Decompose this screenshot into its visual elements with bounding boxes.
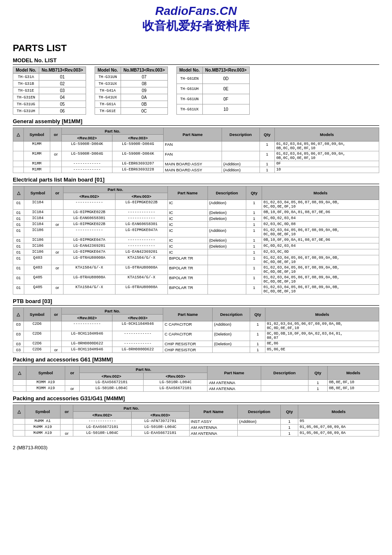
model-table-2: Model No. No.MB713<Rev.003> TH-G31UN07TH… [95,66,168,115]
symbol: IC104 [24,222,52,228]
description: (Addition) [222,167,259,173]
model-rev: 02 [39,81,86,87]
delta [13,386,26,392]
site-title: RadioFans.CN [13,4,379,18]
th-description: Description [261,366,308,380]
delta [13,431,25,436]
th-partno: Part No. [79,366,208,373]
model-no: TH-G31UH [13,108,39,115]
electrical-parts-table: △ Symbol or Part No. Part Name Descripti… [13,186,379,295]
table-row: TH-G61UH0E [176,84,249,94]
table-row: M4MM A1 ------------ LG-AFN73972701 INST… [13,419,379,425]
symbol: M1MM [23,167,50,173]
th-rev002: <Rev.002> [63,193,115,200]
model-rev: 0E [202,84,249,94]
symbol: C2D6 [24,341,50,347]
th-rev003: <Rev.003> [131,412,189,419]
symbol: M1MM [23,161,50,167]
table-row: TH-G31UN07 [95,74,167,81]
description: (Deletion) [208,210,246,216]
description [222,142,259,151]
rev003: LG-0RH0000D622 [112,347,163,353]
delta: 03 [13,341,24,347]
partname: MAIN BOARD ASSY [164,161,222,167]
partname: AM ANTENNA [208,386,261,392]
model-no: TH-G41A [95,87,121,94]
rev002: LG-EAA56672101 [79,380,143,386]
delta [13,419,25,425]
electrical-parts-title: Electrical parts list Main board [01] [13,176,379,184]
rev003: LG-EBR63693228 [112,167,164,173]
partname: CHIP RESISTOR [163,341,213,347]
delta: 03 [13,331,24,341]
description: (Addition) [208,200,246,210]
table-row: M1MM ------------ LG-EBR63693228 MAIN BO… [13,167,379,173]
packing-g61-table: △ Symbol or Part No. Part Name Descripti… [13,366,379,392]
model-rev: 0C [121,108,167,115]
rev003: LG-0CH1104H946 [112,321,163,331]
model-table-1: Model No. No.MB713<Rev.003> TH-G31A01TH-… [13,66,86,115]
delta: 01 [13,200,24,210]
ptb-board-table: △ Symbol or Part No. Part Name Descripti… [13,307,379,353]
model-no: TH-G31B [13,81,39,87]
or [50,142,62,151]
table-row: 03 C2D6 ------------ LG-0CH1104H946 C CA… [13,321,379,331]
models: 0B,10,0F,09,0A,01,08,07,0E,06 [262,237,379,243]
table-row: 01 IC106 LG-EAN42369201 ------------ IC … [13,243,379,249]
table-row: 01 IC104 or LG-0IPMGKE022B LG-EAN6065830… [13,222,379,228]
or: or [50,151,62,161]
partname: INST ASSY [189,419,237,425]
description [208,265,246,275]
ptb-board-title: PTB board [03] [13,298,379,306]
th-delta: △ [13,308,24,321]
symbol: IC106 [24,228,52,237]
symbol: IC106 [24,237,52,243]
description [261,380,308,386]
delta [13,142,24,151]
delta: 01 [13,265,24,275]
rev003: LG-0IPMGKE022B [115,200,168,210]
rev002: LG-0CH1104H946 [62,347,112,353]
rev002: LG-5900R-D004K [61,142,112,151]
table-row: TH-G41A09 [95,87,167,94]
rev003: LG-AFN73972701 [131,419,189,425]
partname: BIPOLAR TR [167,275,208,285]
models: 05,06,0E [265,347,379,353]
th-delta: △ [13,405,25,419]
description [261,386,308,392]
th-or: or [50,308,62,321]
th-partname: Part Name [189,405,237,419]
delta: 01 [13,275,24,285]
table-row: TH-G31UG05 [13,101,86,108]
rev003: ------------ [112,331,163,341]
description [213,347,250,353]
th-qty: Qty [246,186,262,200]
model-no: TH-G31A [13,74,39,81]
table-row: TH-G61EN0D [176,74,249,84]
or [50,331,62,341]
partname: AM ANTENNA [189,425,237,431]
qty: 1 [246,275,262,285]
or [52,200,63,210]
symbol: M4MM A19 [25,431,61,436]
th-description: Description [222,128,259,142]
or [52,216,63,222]
symbol: C2D6 [24,331,50,341]
th-partno: Part No. [73,405,190,412]
th-or: or [50,128,62,142]
models: 01,02,03,04,05,06,07,08,09,0A,0B,0C,0D,0… [262,275,379,285]
th-rev003: <Rev.003> [144,373,208,380]
partname: IC [167,228,208,237]
page-number: 2 (MB713-R003) [13,445,47,450]
partname: C CAPACITOR [163,331,213,341]
rev002: LG-5010R-L004C [73,431,131,436]
delta: 01 [13,210,24,216]
th-partname: Part Name [163,308,213,321]
qty: 1 [246,249,262,255]
description: (Addition) [208,228,246,237]
model-rev: 0D [202,74,249,84]
models: 10 [275,167,379,173]
models: 0C,0D,02,03,04 [262,243,379,249]
table-row: 01 IC104 LG-0IPMGKE022B ------------ IC … [13,210,379,216]
rev003: KTA1504/G/-X [115,255,168,265]
